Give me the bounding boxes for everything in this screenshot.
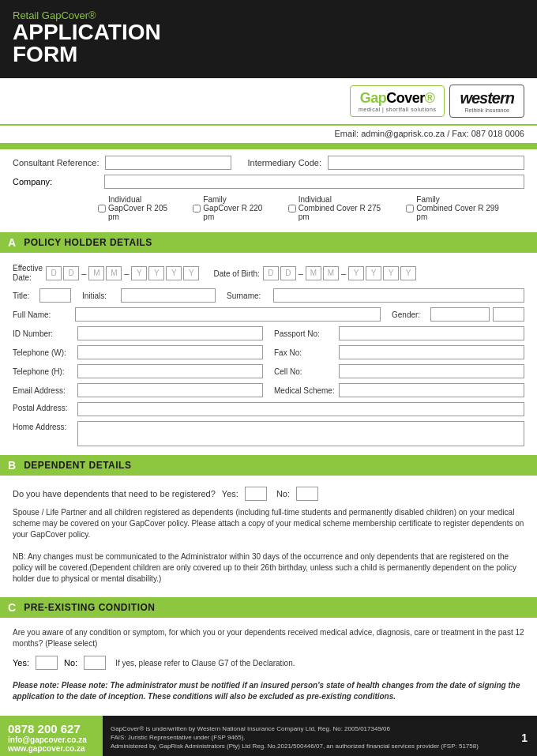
dep-note1: Spouse / Life Partner and all children r… bbox=[13, 504, 524, 543]
effective-date-label: EffectiveDate: bbox=[13, 264, 43, 283]
postal-label: Postal Address: bbox=[13, 402, 74, 412]
company-input[interactable] bbox=[104, 175, 524, 189]
options-row: IndividualGapCover R 205 pm FamilyGapCov… bbox=[98, 190, 524, 226]
logo-bar: GapCover® medical | shortfall solutions … bbox=[0, 78, 537, 126]
medscheme-label: Medical Scheme: bbox=[274, 386, 336, 395]
fax-label: Fax No: bbox=[274, 348, 336, 357]
gender-label: Gender: bbox=[392, 310, 427, 319]
intermediary-label: Intermediary Code: bbox=[247, 158, 321, 167]
option-individual-205: IndividualGapCover R 205 pm bbox=[98, 195, 180, 221]
fullname-label: Full Name: bbox=[13, 310, 72, 319]
title-label: Title: bbox=[13, 291, 36, 300]
checkbox-family-220[interactable] bbox=[193, 205, 201, 213]
telw-input[interactable] bbox=[77, 345, 263, 359]
email-label: Email Address: bbox=[13, 386, 74, 395]
company-row: Company: bbox=[13, 173, 524, 190]
pre-yes-no-row: Yes: No: If yes, please refer to Clause … bbox=[13, 653, 524, 673]
section-c-header: C PRE-EXISTING CONDITION bbox=[0, 597, 537, 618]
checkbox-family-299[interactable] bbox=[406, 205, 414, 213]
email-bar: Email: admin@gaprisk.co.za / Fax: 087 01… bbox=[0, 126, 537, 143]
surname-label: Surname: bbox=[227, 291, 270, 300]
dep-no-box[interactable] bbox=[296, 487, 318, 501]
dep-no-label: No: bbox=[276, 489, 290, 498]
checkbox-individual-205[interactable] bbox=[98, 205, 106, 213]
header: Retail GapCover® APPLICATIONFORM bbox=[0, 0, 537, 78]
footer-legal3: Administered by, GapRisk Administrators … bbox=[111, 742, 504, 750]
dep-yes-box[interactable] bbox=[245, 487, 267, 501]
home-input[interactable] bbox=[77, 421, 524, 446]
checkbox-individual-275[interactable] bbox=[288, 205, 296, 213]
passport-input[interactable] bbox=[339, 326, 524, 340]
fax-input[interactable] bbox=[339, 345, 524, 359]
telh-label: Telephone (H): bbox=[13, 367, 74, 376]
idnumber-input[interactable] bbox=[77, 326, 263, 340]
consultant-input[interactable] bbox=[105, 156, 231, 170]
pre-no-label: No: bbox=[64, 658, 77, 668]
consultant-row: Consultant Reference: Intermediary Code: bbox=[13, 149, 524, 173]
telw-fax-row: Telephone (W): Fax No: bbox=[13, 343, 524, 362]
pre-existing-text: Are you aware of any condition or sympto… bbox=[13, 624, 524, 653]
dob-label: Date of Birth: bbox=[213, 269, 259, 278]
footer-email: info@gapcover.co.za bbox=[8, 735, 95, 744]
home-label: Home Address: bbox=[13, 421, 74, 431]
telw-label: Telephone (W): bbox=[13, 348, 74, 357]
dep-question: Do you have dependents that need to be r… bbox=[13, 489, 216, 498]
home-row: Home Address: bbox=[13, 419, 524, 449]
pre-no-box[interactable] bbox=[84, 656, 106, 670]
title-initials-surname-row: Title: Initials: Surname: bbox=[13, 286, 524, 305]
initials-label: Initials: bbox=[82, 291, 118, 300]
postal-row: Postal Address: bbox=[13, 400, 524, 419]
option-family-220: FamilyGapCover R 220 pm bbox=[193, 195, 275, 221]
western-logo: western Rethink Insurance bbox=[449, 85, 524, 118]
telh-input[interactable] bbox=[77, 364, 263, 378]
consultant-label: Consultant Reference: bbox=[13, 158, 99, 167]
footer-legal: GapCover® is underwritten by Western Nat… bbox=[103, 716, 512, 756]
section-b-header: B DEPENDENT DETAILS bbox=[0, 455, 537, 476]
fullname-gender-row: Full Name: Gender: bbox=[13, 305, 524, 324]
footer-legal1: GapCover® is underwritten by Western Nat… bbox=[111, 724, 504, 733]
pre-yes-box[interactable] bbox=[36, 656, 58, 670]
footer-legal2: FAIS: Juristic Representative under (FSP… bbox=[111, 733, 504, 742]
email-input[interactable] bbox=[77, 383, 263, 397]
cell-label: Cell No: bbox=[274, 367, 336, 376]
dep-yes-label: Yes: bbox=[222, 489, 238, 498]
footer-website: www.gapcover.co.za bbox=[8, 744, 95, 753]
dob-input: D D – M M – Y Y Y Y bbox=[263, 266, 416, 280]
id-passport-row: ID Number: Passport No: bbox=[13, 324, 524, 343]
effective-date-input: D D – M M – Y Y Y Y bbox=[46, 266, 199, 280]
option-family-299: FamilyCombined Cover R 299 pm bbox=[406, 195, 512, 221]
gender-input[interactable] bbox=[430, 307, 490, 322]
cell-input[interactable] bbox=[339, 364, 524, 378]
dep-note2: NB: Any changes must be communicated to … bbox=[13, 548, 524, 588]
dep-question-row: Do you have dependents that need to be r… bbox=[13, 482, 524, 504]
pre-if-yes: If yes, please refer to Clause G7 of the… bbox=[115, 659, 295, 668]
title-input[interactable] bbox=[39, 288, 71, 303]
initials-input[interactable] bbox=[121, 288, 216, 303]
footer-phone: 0878 200 627 bbox=[8, 722, 95, 735]
section-a-header: A POLICY HOLDER DETAILS bbox=[0, 232, 537, 253]
passport-label: Passport No: bbox=[274, 329, 336, 338]
postal-input[interactable] bbox=[77, 402, 524, 416]
gapcover-logo: GapCover® medical | shortfall solutions bbox=[350, 85, 445, 117]
intermediary-input[interactable] bbox=[328, 156, 524, 170]
company-label: Company: bbox=[13, 177, 98, 186]
option-individual-275: IndividualCombined Cover R 275 pm bbox=[288, 195, 394, 221]
email-scheme-row: Email Address: Medical Scheme: bbox=[13, 381, 524, 400]
top-green-bar bbox=[0, 143, 537, 149]
footer: 0878 200 627 info@gapcover.co.za www.gap… bbox=[0, 716, 537, 756]
pre-bold-note: Please note: Please note: The administra… bbox=[13, 678, 524, 705]
telh-cell-row: Telephone (H): Cell No: bbox=[13, 362, 524, 381]
gender-input2[interactable] bbox=[493, 307, 524, 322]
header-title: APPLICATIONFORM bbox=[13, 21, 161, 66]
medscheme-input[interactable] bbox=[339, 383, 524, 397]
pre-yes-label: Yes: bbox=[13, 658, 29, 668]
idnumber-label: ID Number: bbox=[13, 329, 74, 338]
surname-input[interactable] bbox=[273, 288, 524, 303]
fullname-input[interactable] bbox=[75, 307, 381, 322]
footer-page: 1 bbox=[512, 716, 537, 756]
footer-contact: 0878 200 627 info@gapcover.co.za www.gap… bbox=[0, 716, 103, 756]
